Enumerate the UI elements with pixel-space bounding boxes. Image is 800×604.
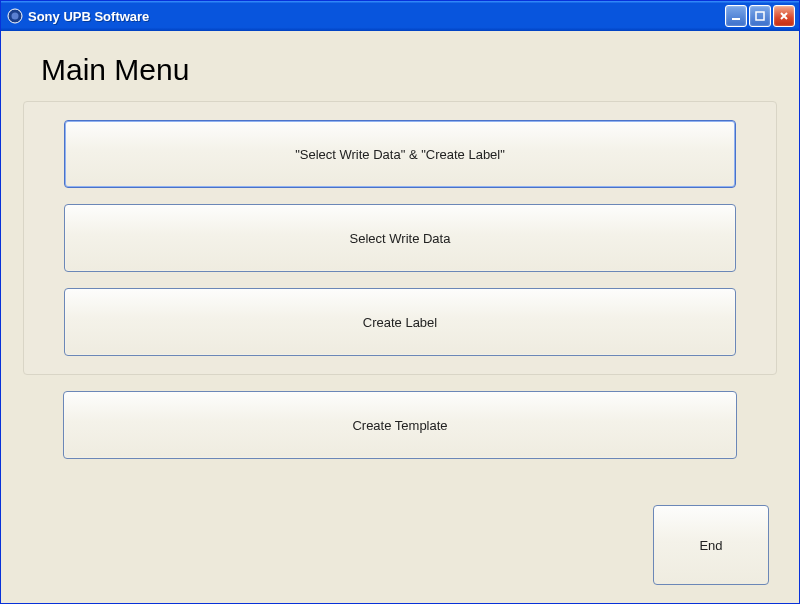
window-controls [725,5,795,27]
window-title: Sony UPB Software [28,9,725,24]
content-area: Main Menu "Select Write Data" & "Create … [1,31,799,603]
main-panel: "Select Write Data" & "Create Label" Sel… [23,101,777,375]
select-write-data-and-create-label-button[interactable]: "Select Write Data" & "Create Label" [64,120,736,188]
app-icon [7,8,23,24]
svg-rect-2 [732,18,740,20]
titlebar[interactable]: Sony UPB Software [1,1,799,31]
page-title: Main Menu [41,53,777,87]
bottom-row: End [23,505,777,585]
create-label-button[interactable]: Create Label [64,288,736,356]
close-button[interactable] [773,5,795,27]
create-template-button[interactable]: Create Template [63,391,737,459]
svg-rect-3 [756,12,764,20]
secondary-panel: Create Template [23,375,777,459]
svg-point-1 [12,13,19,20]
minimize-button[interactable] [725,5,747,27]
select-write-data-button[interactable]: Select Write Data [64,204,736,272]
app-window: Sony UPB Software Main Menu "Select Writ… [0,0,800,604]
end-button[interactable]: End [653,505,769,585]
maximize-button[interactable] [749,5,771,27]
